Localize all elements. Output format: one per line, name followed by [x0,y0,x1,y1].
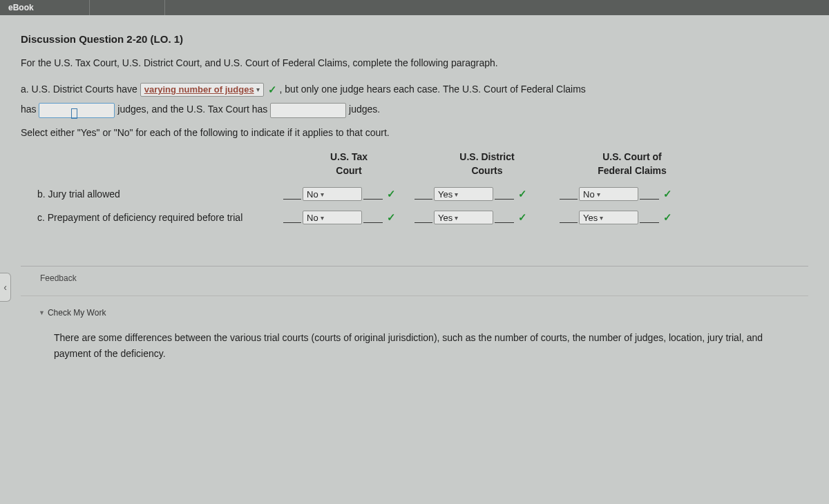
check-icon: ✓ [268,80,277,99]
intro-text: For the U.S. Tax Court, U.S. District Co… [21,57,808,68]
check-icon: ✓ [518,188,527,200]
part-a: a. U.S. District Courts have varying num… [21,79,808,119]
row-c-district-dropdown[interactable]: Yes ▾ [434,211,493,224]
divider [21,295,808,296]
part-a-has: has [21,104,37,115]
feedback-section: Feedback ▼ Check My Work There are some … [21,266,808,361]
check-my-work-label: Check My Work [48,308,106,318]
row-b-fedclaims-dropdown[interactable]: No ▾ [579,187,638,201]
tax-court-judges-input[interactable] [270,103,346,118]
dropdown-value: Yes [583,213,598,223]
check-my-work-toggle[interactable]: ▼ Check My Work [39,308,106,318]
header-federal-claims: U.S. Court of Federal Claims [560,151,705,177]
fed-claims-judges-input[interactable] [39,103,115,118]
part-a-after-dd: , but only one judge hears each case. Th… [280,84,586,95]
row-b-label: b. Jury trial allowed [21,188,283,202]
part-a-prefix: a. U.S. District Courts have [21,84,137,95]
row-b-tax-dropdown[interactable]: No ▾ [303,187,362,201]
top-bar: eBook [0,0,829,15]
judges-count-dropdown[interactable]: varying number of judges ▾ [140,83,264,97]
caret-down-icon: ▾ [452,214,460,222]
question-title: Discussion Question 2-20 (LO. 1) [21,33,808,45]
check-icon: ✓ [518,211,527,224]
check-icon: ✓ [663,211,672,224]
header-tax-court: U.S. Tax Court [283,151,414,177]
caret-down-icon: ▾ [318,214,326,222]
main-content: Discussion Question 2-20 (LO. 1) For the… [0,15,829,368]
feedback-body: There are some differences between the v… [54,330,788,361]
sub-instruction: Select either "Yes" or "No" for each of … [21,127,808,138]
triangle-down-icon: ▼ [39,309,45,316]
ebook-link[interactable]: eBook [8,3,34,12]
check-icon: ✓ [387,188,396,200]
sidebar-toggle[interactable]: ‹ [0,273,11,302]
row-b-district-dropdown[interactable]: Yes ▾ [434,187,493,201]
tab-placeholder [89,0,165,15]
part-a-mid: judges, and the U.S. Tax Court has [117,104,267,115]
caret-down-icon: ▾ [598,214,605,222]
row-c-tax-dropdown[interactable]: No ▾ [303,211,362,224]
dropdown-value: Yes [438,189,452,200]
check-icon: ✓ [387,211,396,224]
dropdown-value: varying number of judges [144,80,254,99]
caret-down-icon: ▾ [318,191,326,198]
row-c-label: c. Prepayment of deficiency required bef… [21,211,283,225]
caret-down-icon: ▾ [595,191,602,198]
courts-table: U.S. Tax Court U.S. District Courts U.S.… [21,151,808,224]
header-district-courts: U.S. District Courts [414,151,560,177]
caret-down-icon: ▾ [452,191,460,198]
check-icon: ✓ [663,188,672,200]
caret-down-icon: ▾ [254,80,262,99]
dropdown-value: No [307,189,318,200]
dropdown-value: No [307,213,318,223]
feedback-heading: Feedback [40,273,808,283]
row-c-fedclaims-dropdown[interactable]: Yes ▾ [579,211,638,224]
part-a-end: judges. [349,104,380,115]
chevron-left-icon: ‹ [3,282,7,293]
dropdown-value: Yes [438,213,452,223]
dropdown-value: No [583,189,595,200]
